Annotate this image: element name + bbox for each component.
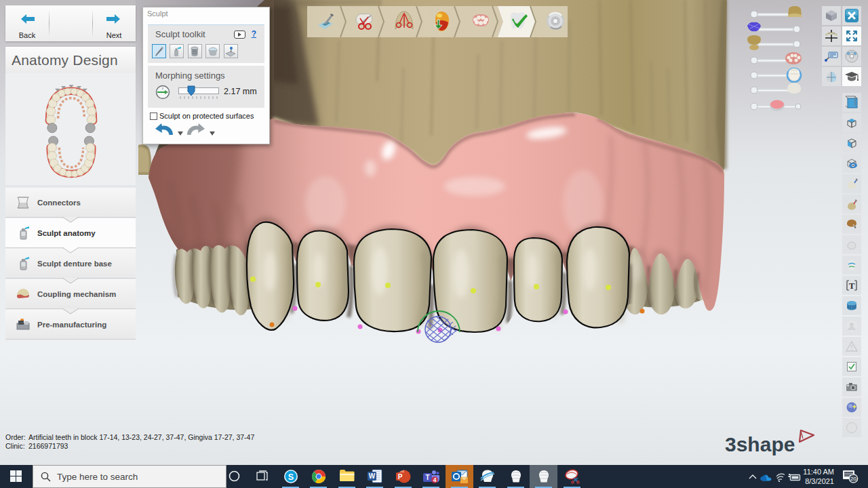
svg-text:20: 20 — [850, 476, 856, 482]
svg-text:W: W — [368, 472, 375, 480]
svg-text:4: 4 — [433, 476, 436, 483]
svg-text:T: T — [425, 474, 429, 481]
svg-text:T: T — [849, 281, 855, 291]
svg-text:P: P — [397, 473, 402, 481]
svg-text:S: S — [288, 472, 293, 482]
